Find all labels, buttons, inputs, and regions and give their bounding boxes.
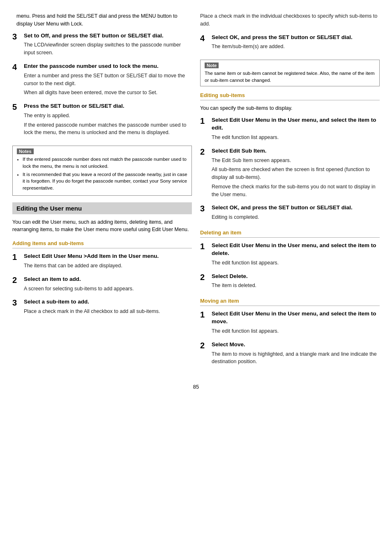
adding-step-1: 1 Select Edit User Menu >Add Item in the… (12, 253, 192, 271)
editing-step-1-body: The edit function list appears. (212, 134, 380, 141)
adding-step-1-content: Select Edit User Menu >Add Item in the U… (24, 253, 192, 271)
adding-step-1-title: Select Edit User Menu >Add Item in the U… (24, 253, 192, 260)
note-box: Note The same item or sub-item cannot be… (200, 60, 380, 86)
editing-step-3-body: Editing is completed. (212, 213, 380, 221)
adding-step-1-body: The items that can be added are displaye… (24, 262, 192, 270)
editing-step-1: 1 Select Edit User Menu in the User menu… (200, 116, 380, 143)
deleting-step-2-body: The item is deleted. (212, 282, 380, 290)
step-3-content: Set to Off, and press the SET button or … (24, 32, 192, 58)
main-section-title: Editing the User menu (16, 205, 82, 212)
step-3-body: The LCD/viewfinder screen display switch… (24, 41, 192, 57)
adding-step-3-body: Place a check mark in the All checkbox t… (24, 308, 192, 315)
subsection-adding-title: Adding items and sub-items (12, 240, 84, 246)
deleting-step-number-2: 2 (200, 273, 209, 292)
moving-step-1: 1 Select Edit User Menu in the User menu… (200, 310, 380, 337)
subsection-moving-header: Moving an item (200, 298, 380, 306)
adding-step-number-2: 2 (12, 276, 21, 294)
page-number: 85 (0, 384, 392, 390)
step-3: 3 Set to Off, and press the SET button o… (12, 32, 192, 58)
moving-step-1-content: Select Edit User Menu in the User menu, … (212, 310, 380, 337)
adding-step-number-1: 1 (12, 253, 21, 271)
deleting-step-2-title: Select Delete. (212, 273, 380, 280)
deleting-step-1-body: The edit function list appears. (212, 259, 380, 267)
editing-step-2: 2 Select Edit Sub Item. The Edit Sub Ite… (200, 147, 380, 200)
adding-step-2: 2 Select an item to add. A screen for se… (12, 276, 192, 294)
editing-step-2-content: Select Edit Sub Item. The Edit Sub Item … (212, 147, 380, 200)
editing-intro: You can specify the sub-items to display… (200, 104, 380, 112)
subsection-deleting-title: Deleting an item (200, 229, 241, 236)
subsection-editing-title: Editing sub-items (200, 92, 245, 98)
step-4: 4 Enter the passcode number used to lock… (12, 63, 192, 98)
editing-step-3-title: Select OK, and press the SET button or S… (212, 204, 380, 212)
adding-step-2-content: Select an item to add. A screen for sele… (24, 276, 192, 294)
moving-step-2-body: The item to move is highlighted, and a t… (212, 350, 380, 366)
moving-step-2-content: Select Move. The item to move is highlig… (212, 341, 380, 367)
deleting-step-1: 1 Select Edit User Menu in the User menu… (200, 242, 380, 269)
notes-list: If the entered passcode number does not … (17, 156, 187, 191)
deleting-step-1-content: Select Edit User Menu in the User menu, … (212, 242, 380, 269)
deleting-step-2-content: Select Delete. The item is deleted. (212, 273, 380, 292)
left-column: menu. Press and hold the SEL/SET dial an… (12, 12, 192, 371)
moving-step-1-body: The edit function list appears. (212, 327, 380, 335)
deleting-step-number-1: 1 (200, 242, 209, 269)
adding-step-3-content: Select a sub-item to add. Place a check … (24, 298, 192, 317)
right-step-number-4: 4 (200, 34, 209, 53)
step-5-content: Press the SET button or SEL/SET dial. Th… (24, 102, 192, 138)
editing-step-1-title: Select Edit User Menu in the User menu, … (212, 116, 380, 132)
adding-step-number-3: 3 (12, 298, 21, 317)
right-step-4: 4 Select OK, and press the SET button or… (200, 34, 380, 53)
right-step-4-body: The item/sub-item(s) are added. (212, 43, 380, 51)
step-4-body: Enter a number and press the SET button … (24, 72, 192, 97)
editing-step-3-content: Select OK, and press the SET button or S… (212, 204, 380, 223)
moving-step-2: 2 Select Move. The item to move is highl… (200, 341, 380, 367)
step-5: 5 Press the SET button or SEL/SET dial. … (12, 102, 192, 138)
step-4-title: Enter the passcode number used to lock t… (24, 63, 192, 70)
adding-step-2-title: Select an item to add. (24, 276, 192, 283)
editing-step-number-3: 3 (200, 204, 209, 223)
editing-step-2-title: Select Edit Sub Item. (212, 147, 380, 155)
step-number-3: 3 (12, 32, 21, 58)
step-number-4: 4 (12, 63, 21, 98)
deleting-step-1-title: Select Edit User Menu in the User menu, … (212, 242, 380, 257)
intro-text: menu. Press and hold the SEL/SET dial an… (12, 12, 192, 28)
editing-intro-text: You can specify the sub-items to display… (200, 105, 292, 111)
main-section-intro: You can edit the User menu, such as addi… (12, 218, 192, 234)
editing-step-2-body: The Edit Sub Item screen appears. All su… (212, 157, 380, 199)
subsection-moving-title: Moving an item (200, 298, 239, 304)
deleting-step-2: 2 Select Delete. The item is deleted. (200, 273, 380, 292)
main-section-header: Editing the User menu (12, 202, 192, 214)
intro-paragraph: menu. Press and hold the SEL/SET dial an… (16, 13, 178, 27)
moving-step-number-1: 1 (200, 310, 209, 337)
step-5-title: Press the SET button or SEL/SET dial. (24, 102, 192, 110)
step-number-5: 5 (12, 102, 21, 138)
subsection-adding-header: Adding items and sub-items (12, 240, 192, 248)
notes-box: Notes If the entered passcode number doe… (12, 146, 192, 195)
subsection-editing-header: Editing sub-items (200, 92, 380, 100)
subsection-deleting-header: Deleting an item (200, 229, 380, 238)
note-label: Note (205, 63, 219, 68)
notes-label: Notes (17, 148, 34, 154)
adding-step-2-body: A screen for selecting sub-items to add … (24, 285, 192, 293)
right-step-4-content: Select OK, and press the SET button or S… (212, 34, 380, 53)
step-3-cont-body: Place a check mark in the individual che… (200, 12, 380, 30)
adding-step-3: 3 Select a sub-item to add. Place a chec… (12, 298, 192, 317)
moving-step-1-title: Select Edit User Menu in the User menu, … (212, 310, 380, 326)
adding-step-3-title: Select a sub-item to add. (24, 298, 192, 306)
note-item-1: If the entered passcode number does not … (23, 156, 187, 169)
step-4-content: Enter the passcode number used to lock t… (24, 63, 192, 98)
main-intro-text: You can edit the User menu, such as addi… (12, 219, 189, 233)
editing-step-number-2: 2 (200, 147, 209, 200)
editing-step-3: 3 Select OK, and press the SET button or… (200, 204, 380, 223)
step-5-body: The entry is applied. If the entered pas… (24, 112, 192, 137)
right-column: Place a check mark in the individual che… (200, 12, 380, 371)
note-item-2: It is recommended that you leave a recor… (23, 171, 187, 192)
editing-step-number-1: 1 (200, 116, 209, 143)
step-3-title: Set to Off, and press the SET button or … (24, 32, 192, 40)
moving-step-2-title: Select Move. (212, 341, 380, 349)
moving-step-number-2: 2 (200, 341, 209, 367)
note-text: The same item or sub-item cannot be regi… (205, 70, 375, 83)
right-step-4-title: Select OK, and press the SET button or S… (212, 34, 380, 42)
editing-step-1-content: Select Edit User Menu in the User menu, … (212, 116, 380, 143)
